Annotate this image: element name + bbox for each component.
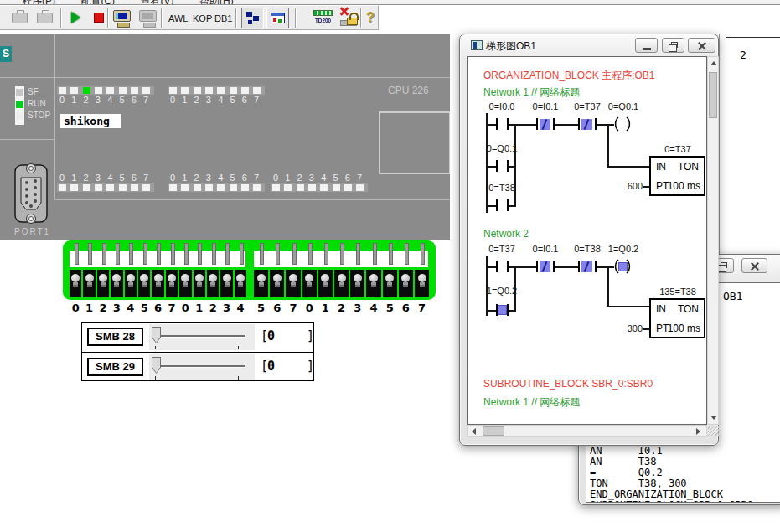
run-button[interactable] [66, 8, 88, 28]
vertical-scrollbar[interactable] [707, 56, 719, 425]
network-label: Network 1 // 网络标题 [483, 85, 580, 100]
terminal-switch[interactable] [260, 243, 264, 265]
smb-register-label: SMB 28 [87, 328, 143, 346]
terminal-switch[interactable] [157, 243, 161, 265]
terminal-switch[interactable] [308, 243, 313, 265]
terminal-switch[interactable] [116, 243, 120, 265]
terminal-switch[interactable] [171, 243, 175, 265]
contact-bar [496, 118, 498, 130]
network-label: Network 1 // 网络标题 [483, 395, 580, 410]
smb-register-label: SMB 29 [87, 358, 143, 376]
terminal-switch[interactable] [324, 243, 328, 265]
smb-slider-track[interactable] [149, 354, 255, 380]
bulb-base-icon [275, 282, 280, 287]
toolbar-separator [235, 8, 236, 28]
output-led [230, 184, 237, 191]
close-button[interactable] [741, 258, 767, 273]
slider-thumb[interactable] [152, 327, 161, 343]
awl-view-button[interactable]: AWL [168, 13, 188, 23]
ladder-canvas: ORGANIZATION_BLOCK 主程序:OB1 Network 1 // … [467, 56, 707, 425]
chart-view-button[interactable] [266, 8, 289, 28]
terminal-switch[interactable] [129, 243, 133, 265]
bulb-base-icon [210, 282, 215, 287]
kop-view-button[interactable]: KOP [193, 13, 212, 23]
db1-view-button[interactable]: DB1 [214, 13, 232, 23]
terminal-lamp [125, 270, 137, 297]
scrollbar-thumb[interactable] [483, 426, 504, 436]
menu-item[interactable]: 帮助(H) [199, 0, 234, 5]
terminal-lamp [270, 270, 284, 297]
scrollbar-thumb[interactable] [709, 72, 717, 118]
terminal-switch[interactable] [340, 243, 344, 265]
close-button[interactable] [688, 38, 715, 53]
wire [486, 166, 496, 168]
energized-contact-icon [498, 305, 507, 315]
panel-divider [0, 77, 450, 78]
smb-slider-track[interactable] [149, 324, 255, 350]
slider-thumb[interactable] [152, 357, 161, 374]
input-led [70, 87, 78, 94]
stl-line: TON T38, 300 [590, 478, 687, 489]
scroll-up-button[interactable] [708, 57, 718, 70]
wire [509, 166, 516, 168]
contact-bar [507, 118, 509, 130]
bulb-icon [418, 274, 426, 282]
bulb-icon [236, 274, 245, 282]
input-led [230, 87, 237, 94]
terminal-switch[interactable] [88, 243, 92, 265]
menu-item[interactable]: 配置(C) [80, 0, 115, 5]
status-led-label: STOP [28, 111, 50, 120]
terminal-switch[interactable] [143, 243, 147, 265]
wire [643, 328, 650, 330]
terminal-switch[interactable] [356, 243, 360, 265]
wire [555, 266, 578, 268]
terminal-switch[interactable] [75, 243, 79, 265]
contact-label: 0=I0.0 [485, 101, 519, 111]
toolbar-separator [360, 8, 361, 28]
menu-item[interactable]: 程序(P) [22, 0, 55, 5]
terminal-switch[interactable] [421, 243, 425, 265]
stl-line: END_ORGANIZATION_BLOCK [590, 488, 723, 500]
network-view-button[interactable] [241, 8, 264, 28]
terminal-switch[interactable] [225, 243, 230, 265]
minimize-button[interactable] [635, 38, 658, 53]
scroll-right-button[interactable] [693, 426, 706, 436]
terminal-switch[interactable] [276, 243, 280, 265]
bulb-icon [273, 274, 282, 282]
terminal-lamp [383, 270, 397, 297]
terminal-switch[interactable] [292, 243, 297, 265]
scroll-down-button[interactable] [708, 411, 718, 424]
terminal-lamp [207, 270, 219, 297]
output-led [205, 184, 213, 191]
terminal-lamp [166, 270, 178, 297]
terminal-switch[interactable] [212, 243, 216, 265]
contact-label: 0=T38 [571, 244, 604, 254]
terminal-switch[interactable] [373, 243, 377, 265]
bulb-base-icon [291, 282, 296, 287]
contact-bar [507, 160, 509, 172]
input-led [142, 87, 150, 94]
input-led [119, 87, 127, 94]
horizontal-scrollbar[interactable] [467, 425, 707, 437]
terminal-switch[interactable] [405, 243, 409, 265]
help-button[interactable]: ? [366, 10, 375, 25]
terminal-switch[interactable] [240, 243, 244, 265]
bulb-icon [99, 274, 107, 282]
terminal-switch[interactable] [102, 243, 106, 265]
terminal-switch[interactable] [184, 243, 189, 265]
terminal-switch[interactable] [389, 243, 393, 265]
td200-button[interactable]: TD200 [312, 8, 335, 28]
menu-item[interactable]: 查看(V) [141, 0, 174, 5]
monitor-online-button[interactable] [111, 8, 133, 28]
terminal-switch[interactable] [198, 243, 202, 265]
contact-bar [553, 118, 555, 130]
input-led [253, 87, 261, 94]
wire [607, 124, 609, 168]
scroll-left-button[interactable] [468, 426, 482, 436]
resize-grip[interactable] [708, 426, 719, 436]
briefcase-icon [12, 13, 28, 23]
bulb-icon [85, 274, 94, 282]
output-led [181, 184, 189, 191]
lock-button[interactable] [338, 8, 360, 28]
restore-button[interactable] [662, 38, 684, 53]
